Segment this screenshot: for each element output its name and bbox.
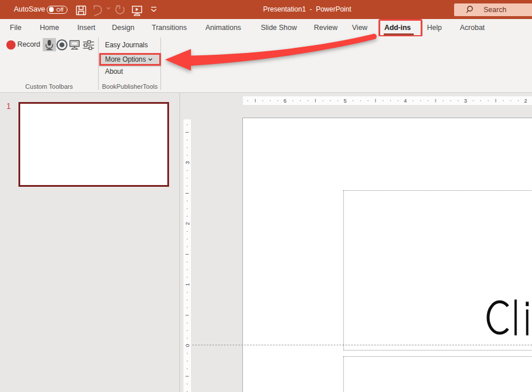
svg-text:1: 1 xyxy=(184,283,190,286)
svg-text:6: 6 xyxy=(283,97,286,104)
svg-text:2: 2 xyxy=(524,97,527,104)
svg-text:3: 3 xyxy=(464,97,467,104)
svg-text:0: 0 xyxy=(184,344,190,347)
svg-text:5: 5 xyxy=(344,97,347,104)
svg-text:4: 4 xyxy=(404,97,407,104)
svg-text:3: 3 xyxy=(184,161,190,164)
svg-text:2: 2 xyxy=(184,222,190,225)
